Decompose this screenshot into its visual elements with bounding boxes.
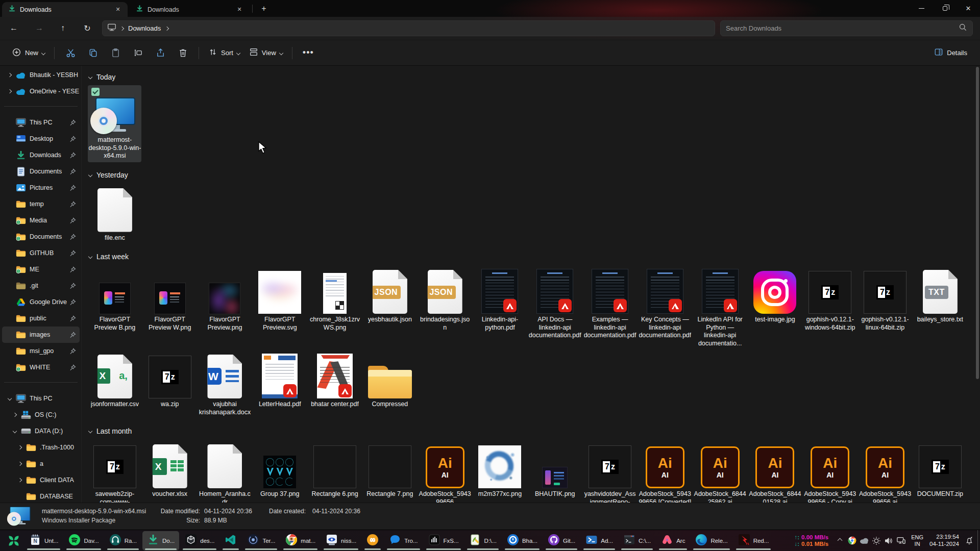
sidebar-item-documents[interactable]: Documents (2, 229, 80, 245)
sidebar-item-database[interactable]: DATABASE (2, 488, 80, 503)
taskbar-app-fxsound[interactable]: FxS... (424, 531, 463, 550)
file-tile[interactable]: Rectangle 6.png (308, 439, 362, 500)
file-tile[interactable]: 7zwa.zip (143, 349, 197, 411)
file-tile[interactable]: TXTbaileys_store.txt (913, 265, 967, 326)
file-tile[interactable]: file.enc (88, 183, 141, 244)
taskbar-app-arc[interactable]: Arc (656, 531, 690, 550)
rename-button[interactable] (127, 44, 149, 62)
file-tile[interactable]: LetterHead.pdf (253, 349, 307, 411)
search-input[interactable]: Search Downloads (720, 20, 973, 36)
selection-checkbox[interactable] (91, 88, 100, 96)
taskbar-app-chrome[interactable]: mat... (281, 531, 320, 550)
minimize-button[interactable] (910, 0, 933, 17)
chevron-down-icon[interactable] (13, 429, 17, 433)
sidebar-item-msi-gpo[interactable]: msi_gpo (2, 343, 80, 359)
tray-volume-icon[interactable] (883, 531, 895, 550)
sidebar-item-this-pc[interactable]: This PC (2, 390, 80, 407)
tab-close-icon[interactable]: ✕ (235, 5, 244, 14)
sidebar-item-public[interactable]: public (2, 310, 80, 327)
group-header-yesterday[interactable]: Yesterday (87, 169, 980, 181)
file-tile[interactable]: Rectangle 7.png (363, 439, 416, 500)
scrollbar-thumb[interactable] (976, 67, 979, 379)
file-tile[interactable]: 7zgophish-v0.12.1-linux-64bit.zip (859, 265, 912, 334)
start-button[interactable] (4, 531, 23, 550)
sidebar-item-me[interactable]: ME (2, 261, 80, 278)
address-bar[interactable]: Downloads (102, 20, 715, 36)
sidebar-item--trash-1000[interactable]: .Trash-1000 (2, 439, 80, 456)
tray-device-icon[interactable] (895, 531, 907, 550)
tray-chrome-icon[interactable] (846, 531, 858, 550)
cut-button[interactable] (59, 44, 82, 62)
chevron-right-icon[interactable] (18, 478, 22, 482)
delete-button[interactable] (172, 44, 194, 62)
file-tile[interactable]: API Docs — linkedin-api documentation.pd… (528, 265, 582, 342)
taskbar-app-powershell[interactable]: Ad... (581, 531, 618, 550)
tray-expand-button[interactable] (834, 531, 846, 550)
sidebar-item-github[interactable]: GITHUB (2, 245, 80, 261)
close-button[interactable]: ✕ (957, 0, 980, 17)
copy-button[interactable] (82, 44, 104, 62)
file-tile[interactable]: Xvoucher.xlsx (143, 439, 197, 500)
file-tile[interactable]: Compressed (363, 349, 416, 411)
sidebar-item-this-pc[interactable]: This PC (2, 114, 80, 131)
new-tab-button[interactable]: + (257, 3, 271, 14)
file-tile[interactable]: Group 37.png (253, 439, 307, 500)
file-tile[interactable]: chrome_J8sk1zrvWS.png (308, 265, 362, 334)
taskbar-app-vscode[interactable] (220, 531, 241, 550)
file-tile[interactable]: Xa,jsonformatter.csv (88, 349, 141, 411)
file-tile[interactable]: FlavorGPT Preview W.png (143, 265, 197, 334)
file-tile[interactable]: Wvajubhai krishanapark.docx (198, 349, 252, 418)
tray-brightness-icon[interactable] (870, 531, 883, 550)
share-button[interactable] (149, 44, 172, 62)
sidebar-item-downloads[interactable]: Downloads (2, 147, 80, 163)
file-tile[interactable]: 7zgophish-v0.12.1-windows-64bit.zip (803, 265, 857, 334)
file-tile[interactable]: AiAIAdobeStock_594399656 [Converted].ai (418, 439, 472, 503)
file-tile[interactable]: AiAIAdobeStock_594399656.ai (859, 439, 912, 503)
file-tile[interactable]: Homem_Aranha.cdr (198, 439, 252, 503)
file-tile[interactable]: 7zyashvidotdev_AssignmentRepo-main.zip (583, 439, 637, 503)
breadcrumb[interactable]: Downloads (128, 24, 161, 32)
taskbar-app-edge[interactable]: Rele... (691, 531, 732, 550)
file-tile[interactable]: FlavorGPT Preview.png (198, 265, 252, 334)
file-tile[interactable]: AiAIAdobeStock_594399656 - Copy.ai (803, 439, 857, 503)
file-tile[interactable]: 7zDOCUMENT.zip (913, 439, 967, 500)
sidebar-item-client-data[interactable]: Client DATA (2, 472, 80, 488)
tab-close-icon[interactable]: ✕ (113, 5, 122, 14)
forward-button[interactable]: → (32, 20, 47, 36)
more-options-button[interactable]: ••• (297, 44, 320, 62)
taskbar-app-cmd[interactable]: C:\... (619, 531, 655, 550)
chevron-down-icon[interactable] (8, 396, 12, 400)
taskbar-app-terminal[interactable]: Ter... (242, 531, 280, 550)
file-tile[interactable]: m2m377xc.png (473, 439, 527, 500)
file-tile[interactable]: FlavorGPT Preview.svg (253, 265, 307, 334)
file-tile[interactable]: JSONyesbhautik.json (363, 265, 416, 326)
sidebar-item-onedrive-yese[interactable]: OneDrive - YESE (2, 83, 80, 99)
sidebar-item--git[interactable]: .git (2, 278, 80, 294)
sidebar-item-media[interactable]: Media (2, 212, 80, 229)
taskbar-app-niss[interactable]: niss... (321, 531, 361, 550)
sidebar-item-white[interactable]: WHITE (2, 359, 80, 375)
sidebar-item-data-d-[interactable]: DATA (D:) (2, 423, 80, 439)
chevron-right-icon[interactable] (8, 73, 12, 77)
sidebar-item-images[interactable]: images (2, 327, 80, 343)
sidebar-item-documents[interactable]: Documents (2, 163, 80, 180)
group-header-last-month[interactable]: Last month (87, 425, 980, 437)
chevron-right-icon[interactable] (13, 413, 17, 417)
show-desktop-button[interactable] (977, 530, 980, 551)
taskbar-app-notepad[interactable]: NUnt... (24, 531, 63, 550)
file-tile[interactable]: 7zsaveweb2zip-com-www-harness-io.zip (88, 439, 141, 503)
taskbar-app-onepassword[interactable]: Bha... (502, 531, 542, 550)
refresh-button[interactable]: ↻ (80, 20, 95, 36)
taskbar-app-redshift[interactable]: 71Red... (733, 531, 774, 550)
up-button[interactable]: ↑ (55, 20, 70, 36)
taskbar-app-explorer[interactable]: Do... (142, 531, 179, 550)
sidebar-item-temp[interactable]: temp (2, 196, 80, 212)
file-tile[interactable]: LinkedIn API for Python — linkedin-api d… (693, 265, 747, 349)
file-tile[interactable]: Key Concepts — linkedin-api documentatio… (638, 265, 692, 342)
taskbar-app-telegram[interactable]: Tro... (384, 531, 422, 550)
new-button[interactable]: New (7, 44, 50, 62)
sidebar-item-desktop[interactable]: Desktop (2, 131, 80, 147)
taskbar-app-discord[interactable] (362, 531, 383, 550)
scrollbar[interactable] (976, 67, 979, 500)
sidebar-item-google-drive[interactable]: Google Drive (2, 294, 80, 310)
